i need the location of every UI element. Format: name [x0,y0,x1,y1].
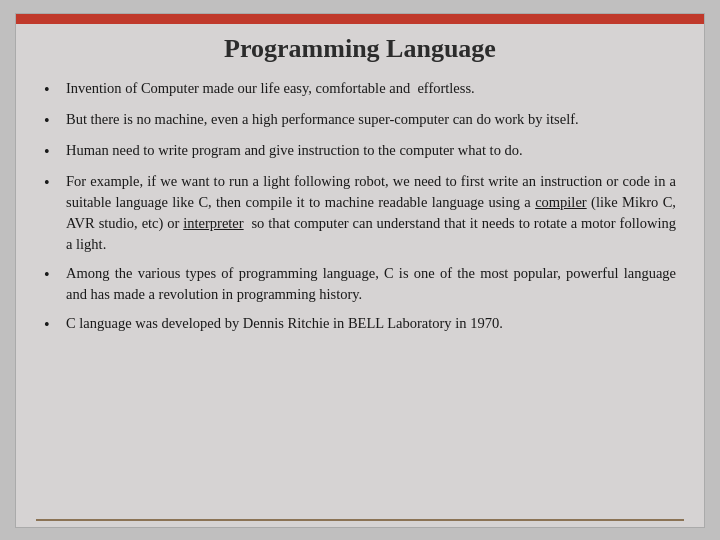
slide-container: Programming Language • Invention of Comp… [15,13,705,528]
compiler-underline: compiler [535,194,587,210]
list-item: • But there is no machine, even a high p… [44,109,676,132]
bullet-text: For example, if we want to run a light f… [66,171,676,255]
bullet-text: But there is no machine, even a high per… [66,109,676,130]
bullet-text: C language was developed by Dennis Ritch… [66,313,676,334]
bullet-icon: • [44,109,62,132]
list-item: • Human need to write program and give i… [44,140,676,163]
list-item: • For example, if we want to run a light… [44,171,676,255]
bullet-text: Invention of Computer made our life easy… [66,78,676,99]
bullet-icon: • [44,78,62,101]
top-bar [16,14,704,24]
bullet-text: Human need to write program and give ins… [66,140,676,161]
slide-title: Programming Language [224,34,496,63]
bottom-divider [36,519,684,521]
list-item: • C language was developed by Dennis Rit… [44,313,676,336]
bullet-icon: • [44,171,62,194]
bullet-icon: • [44,140,62,163]
bullet-icon: • [44,313,62,336]
list-item: • Among the various types of programming… [44,263,676,305]
list-item: • Invention of Computer made our life ea… [44,78,676,101]
bullet-text: Among the various types of programming l… [66,263,676,305]
bullet-list: • Invention of Computer made our life ea… [44,78,676,345]
content-area: • Invention of Computer made our life ea… [16,72,704,515]
title-area: Programming Language [16,24,704,72]
bullet-icon: • [44,263,62,286]
interpreter-underline: interpreter [183,215,243,231]
